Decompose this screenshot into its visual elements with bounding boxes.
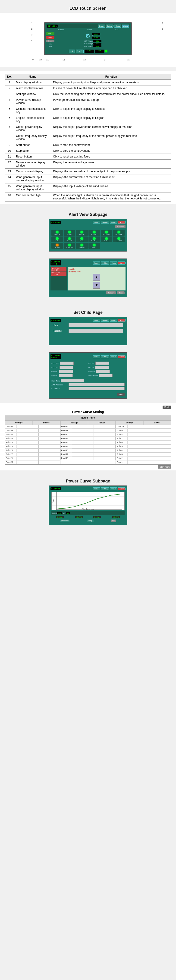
- pc-nav-home[interactable]: Home: [93, 487, 100, 490]
- sf-nav-curve[interactable]: Curve: [110, 355, 117, 358]
- pcs-power-input[interactable]: [94, 449, 116, 452]
- pcs-voltage-input[interactable]: [17, 429, 38, 433]
- pc-nav-alarm[interactable]: Alarm: [118, 487, 125, 490]
- alert-ddd[interactable]: ddd/ccc: [89, 243, 100, 249]
- sf-grid-uv-val[interactable]: [59, 374, 73, 377]
- alert-bus-ov-plus[interactable]: BusOV+: [51, 237, 63, 242]
- pcs-power-input[interactable]: [94, 425, 116, 428]
- user-input[interactable]: [68, 323, 123, 327]
- nav-setting[interactable]: Setting: [106, 25, 114, 27]
- alert-nav-alarm[interactable]: Alarm: [118, 221, 125, 224]
- pcs-voltage-input[interactable]: [17, 449, 38, 452]
- pcs-power-input[interactable]: [149, 441, 171, 444]
- alert-ac-under-v[interactable]: AC Under V: [101, 230, 112, 236]
- sf-nav-setting[interactable]: Setting: [101, 355, 109, 358]
- sf-grid-uf-val[interactable]: [95, 366, 109, 369]
- pcs-power-input[interactable]: [38, 437, 60, 440]
- ad-nav-curve[interactable]: Curve: [110, 261, 117, 264]
- pcs-power-input[interactable]: [38, 425, 60, 428]
- sf-grid-ov-val[interactable]: [59, 370, 73, 373]
- pcs-power-input[interactable]: [149, 433, 171, 436]
- pcs-power-input[interactable]: [149, 425, 171, 428]
- pcs-voltage-input[interactable]: [128, 433, 149, 436]
- pcs-power-input[interactable]: [38, 441, 60, 444]
- pcs-voltage-input[interactable]: [17, 441, 38, 444]
- pc-nav-setting[interactable]: Setting: [101, 487, 109, 490]
- alert-over-temp[interactable]: OverTemp: [89, 237, 100, 242]
- sf-nav-home[interactable]: Home: [93, 355, 100, 358]
- alert-nav-home[interactable]: Home: [93, 221, 100, 224]
- alert-input-ov[interactable]: Input OV: [51, 230, 63, 236]
- pcs-power-input[interactable]: [149, 452, 171, 456]
- restore-btn[interactable]: Restore: [115, 225, 125, 228]
- sf-start-time-val[interactable]: [61, 379, 84, 382]
- sc-nav-alarm[interactable]: Alarm: [118, 319, 125, 322]
- pcs-voltage-input[interactable]: [17, 437, 38, 440]
- pcs-voltage-input[interactable]: [17, 433, 38, 436]
- pcs-voltage-input[interactable]: [72, 444, 94, 448]
- pcs-voltage-input[interactable]: [128, 449, 149, 452]
- pc-nav-curve[interactable]: Curve: [110, 487, 117, 490]
- alert-bus-ov-minus[interactable]: BusOV-: [64, 237, 75, 242]
- sf-max-power-val[interactable]: [99, 374, 113, 377]
- pcs-voltage-input[interactable]: [72, 441, 94, 444]
- pcs-power-input[interactable]: [149, 460, 171, 464]
- alert-input-uv[interactable]: Input UV: [64, 230, 75, 236]
- pcs-voltage-input[interactable]: [128, 452, 149, 456]
- refresh-btn[interactable]: Refresh: [106, 291, 116, 294]
- pcs-power-input[interactable]: [149, 449, 171, 452]
- alert-ac-loss[interactable]: ACLoss: [51, 243, 63, 249]
- pcs-power-input[interactable]: [38, 449, 60, 452]
- alert-bus-uv[interactable]: BusUV: [76, 237, 87, 242]
- pcs-voltage-input[interactable]: [17, 460, 38, 464]
- ad-nav-setting[interactable]: Setting: [101, 261, 109, 264]
- pcs-voltage-input[interactable]: [128, 425, 149, 428]
- sf-ip-val[interactable]: [68, 387, 125, 390]
- pcs-power-input[interactable]: [38, 429, 60, 433]
- start-button[interactable]: Start: [46, 32, 54, 35]
- english-btn[interactable]: English: [76, 49, 84, 53]
- alert-ac-over-v[interactable]: AC Over V: [89, 230, 100, 236]
- back-btn[interactable]: Back: [117, 291, 125, 294]
- pcs-power-input[interactable]: [149, 437, 171, 440]
- alert-nav-curve[interactable]: Curve: [110, 221, 117, 224]
- pcs-voltage-input[interactable]: [17, 452, 38, 456]
- sc-nav-curve[interactable]: Curve: [110, 319, 117, 322]
- pcs-power-input[interactable]: [149, 444, 171, 448]
- alert-out-short[interactable]: OutShort: [101, 237, 112, 242]
- pcs-power-input[interactable]: [38, 433, 60, 436]
- pcs-back-btn[interactable]: Back: [163, 406, 171, 409]
- pcs-voltage-input[interactable]: [72, 425, 94, 428]
- chinese-btn[interactable]: 中文: [69, 49, 75, 53]
- pcs-power-input[interactable]: [38, 456, 60, 460]
- pcs-start-point-btn[interactable]: Start Point: [158, 465, 171, 469]
- pcs-power-input[interactable]: [94, 452, 116, 456]
- nav-home[interactable]: Home: [98, 25, 105, 27]
- pcs-voltage-input[interactable]: [72, 449, 94, 452]
- pcs-voltage-input[interactable]: [128, 460, 149, 464]
- sf-nav-alarm[interactable]: Alarm: [118, 355, 125, 358]
- alert-ac-over-f[interactable]: AC Over F: [113, 230, 125, 236]
- pcs-voltage-input[interactable]: [17, 456, 38, 460]
- alert-arrow-down[interactable]: ▼: [93, 282, 100, 289]
- alert-arrow-up[interactable]: ▲: [93, 274, 100, 281]
- pcs-power-input[interactable]: [94, 437, 116, 440]
- pcs-power-input[interactable]: [94, 441, 116, 444]
- pcs-power-input[interactable]: [149, 429, 171, 433]
- pcs-power-input[interactable]: [94, 433, 116, 436]
- pcs-power-input[interactable]: [94, 456, 116, 460]
- pcs-voltage-input[interactable]: [72, 433, 94, 436]
- pcs-voltage-input[interactable]: [17, 425, 38, 428]
- alert-nav-setting[interactable]: Setting: [101, 221, 109, 224]
- sf-aws-val[interactable]: [68, 383, 125, 387]
- pcs-voltage-input[interactable]: [72, 429, 94, 433]
- pcs-power-input[interactable]: [149, 456, 171, 460]
- alert-input-oc2[interactable]: InputOC2: [113, 237, 125, 242]
- pc-btn-next[interactable]: Next ▶: [87, 520, 94, 522]
- sc-nav-home[interactable]: Home: [93, 319, 100, 322]
- pcs-power-input[interactable]: [38, 460, 60, 464]
- sf-save-btn[interactable]: Save: [117, 393, 125, 396]
- alert-grd-loss[interactable]: GrdLoss: [76, 243, 87, 249]
- pcs-voltage-input[interactable]: [17, 444, 38, 448]
- pcs-voltage-input[interactable]: [128, 456, 149, 460]
